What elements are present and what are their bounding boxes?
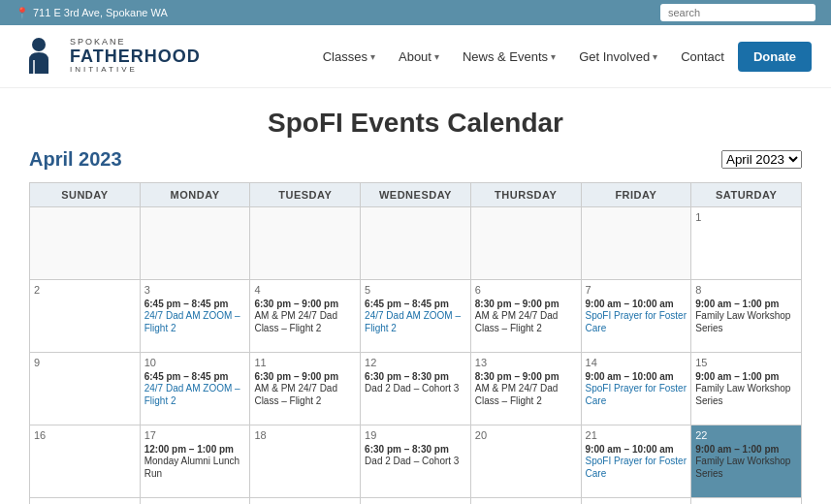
calendar-cell-2-0: 9 — [30, 353, 141, 425]
calendar-cell-4-5: 28 — [581, 498, 691, 505]
day-number: 11 — [254, 357, 356, 368]
site-header: SPOKANE FATHERHOOD INITIATIVE Classes ▾ … — [0, 25, 831, 88]
event-time: 6:45 pm – 8:45 pm — [144, 371, 229, 382]
col-saturday: SATURDAY — [691, 183, 802, 207]
col-friday: FRIDAY — [581, 183, 691, 207]
calendar-month-select[interactable]: April 2023 — [721, 150, 802, 169]
event-time: 6:30 pm – 8:30 pm — [365, 444, 449, 455]
calendar-cell-1-6: 89:00 am – 1:00 pmFamily Law Workshop Se… — [691, 280, 802, 353]
calendar-cell-3-6: 229:00 am – 1:00 pmFamily Law Workshop S… — [691, 425, 802, 498]
calendar-cell-2-1: 106:45 pm – 8:45 pm24/7 Dad AM ZOOM – Fl… — [140, 353, 250, 425]
top-bar: 📍 711 E 3rd Ave, Spokane WA — [0, 0, 831, 25]
nav-get-involved[interactable]: Get Involved ▾ — [569, 44, 667, 70]
col-thursday: THURSDAY — [470, 183, 581, 207]
event-text: Family Law Workshop Series — [695, 455, 797, 480]
event-text: Family Law Workshop Series — [695, 382, 797, 407]
logo: SPOKANE FATHERHOOD INITIATIVE — [16, 33, 201, 79]
event-text: Dad 2 Dad – Cohort 3 — [365, 382, 466, 394]
nav-about[interactable]: About ▾ — [389, 44, 449, 70]
calendar-cell-1-4: 68:30 pm – 9:00 pmAM & PM 24/7 Dad Class… — [470, 280, 581, 353]
nav-about-label: About — [399, 49, 431, 64]
logo-icon — [16, 33, 62, 79]
event-text: AM & PM 24/7 Dad Class – Flight 2 — [254, 382, 356, 407]
day-number: 6 — [475, 284, 577, 296]
event-time: 6:45 pm – 8:45 pm — [365, 299, 449, 309]
calendar-cell-3-5: 219:00 am – 10:00 amSpoFI Prayer for Fos… — [581, 425, 691, 498]
logo-text: SPOKANE FATHERHOOD INITIATIVE — [70, 38, 201, 75]
day-number: 2 — [34, 284, 136, 296]
event-text: Monday Alumni Lunch Run — [144, 455, 246, 480]
day-number: 20 — [475, 429, 577, 441]
day-header-row: SUNDAY MONDAY TUESDAY WEDNESDAY THURSDAY… — [30, 183, 802, 207]
day-number: 14 — [586, 357, 687, 368]
calendar-cell-3-2: 18 — [250, 425, 361, 498]
day-number: 19 — [365, 429, 466, 441]
nav-get-involved-label: Get Involved — [579, 49, 650, 64]
nav-news-events[interactable]: News & Events ▾ — [453, 44, 565, 70]
day-number: 17 — [144, 429, 246, 441]
search-area — [660, 4, 815, 21]
pin-icon: 📍 — [16, 7, 29, 19]
get-involved-arrow-icon: ▾ — [653, 51, 657, 62]
classes-arrow-icon: ▾ — [370, 51, 375, 62]
nav-classes[interactable]: Classes ▾ — [313, 44, 385, 70]
event-time: 6:30 pm – 9:00 pm — [254, 299, 338, 309]
day-number: 16 — [34, 429, 136, 441]
day-number: 10 — [144, 357, 246, 368]
calendar-cell-4-2: 25 — [250, 498, 361, 505]
event-text: AM & PM 24/7 Dad Class – Flight 2 — [475, 382, 577, 407]
day-number: 22 — [695, 429, 797, 441]
nav-classes-label: Classes — [323, 49, 368, 64]
event-time: 9:00 am – 1:00 pm — [695, 444, 779, 455]
calendar-row-1: 236:45 pm – 8:45 pm24/7 Dad AM ZOOM – Fl… — [30, 280, 802, 353]
calendar-cell-3-4: 20 — [470, 425, 581, 498]
search-input[interactable] — [660, 4, 815, 21]
calendar-cell-4-6: 29 — [691, 498, 802, 505]
event-link[interactable]: SpoFI Prayer for Foster Care — [586, 455, 687, 480]
calendar-cell-0-2 — [250, 207, 361, 280]
calendar-cell-2-4: 138:30 pm – 9:00 pmAM & PM 24/7 Dad Clas… — [470, 353, 581, 425]
news-events-arrow-icon: ▾ — [551, 51, 556, 62]
calendar-cell-0-3 — [361, 207, 471, 280]
col-sunday: SUNDAY — [30, 183, 141, 207]
day-number: 12 — [365, 357, 466, 368]
page-title: SpoFI Events Calendar — [0, 108, 831, 139]
col-monday: MONDAY — [140, 183, 250, 207]
event-link[interactable]: SpoFI Prayer for Foster Care — [586, 382, 687, 407]
event-link[interactable]: 24/7 Dad AM ZOOM – Flight 2 — [144, 309, 246, 334]
calendar-cell-0-5 — [581, 207, 691, 280]
event-time: 12:00 pm – 1:00 pm — [144, 444, 234, 455]
calendar-cell-1-1: 36:45 pm – 8:45 pm24/7 Dad AM ZOOM – Fli… — [140, 280, 250, 353]
calendar-area: April 2023 April 2023 SUNDAY MONDAY TUES… — [0, 148, 831, 504]
calendar-row-0: 1 — [30, 207, 802, 280]
nav-contact[interactable]: Contact — [671, 44, 734, 70]
calendar-row-4: 23242526272829 — [30, 498, 802, 505]
calendar-cell-1-5: 79:00 am – 10:00 amSpoFI Prayer for Fost… — [581, 280, 691, 353]
calendar-cell-4-3: 26 — [361, 498, 471, 505]
event-link[interactable]: 24/7 Dad AM ZOOM – Flight 2 — [365, 309, 466, 334]
event-link[interactable]: 24/7 Dad AM ZOOM – Flight 2 — [144, 382, 246, 407]
calendar-cell-2-2: 116:30 pm – 9:00 pmAM & PM 24/7 Dad Clas… — [250, 353, 361, 425]
day-number: 9 — [34, 357, 136, 368]
calendar-cell-0-4 — [470, 207, 581, 280]
day-number: 15 — [695, 357, 797, 368]
main-nav: Classes ▾ About ▾ News & Events ▾ Get In… — [313, 42, 812, 72]
calendar-cell-3-3: 196:30 pm – 8:30 pmDad 2 Dad – Cohort 3 — [361, 425, 471, 498]
calendar-cell-3-1: 1712:00 pm – 1:00 pmMonday Alumni Lunch … — [140, 425, 250, 498]
calendar-cell-0-1 — [140, 207, 250, 280]
calendar-cell-2-3: 126:30 pm – 8:30 pmDad 2 Dad – Cohort 3 — [361, 353, 471, 425]
calendar-cell-1-2: 46:30 pm – 9:00 pmAM & PM 24/7 Dad Class… — [250, 280, 361, 353]
calendar-cell-2-5: 149:00 am – 10:00 amSpoFI Prayer for Fos… — [581, 353, 691, 425]
logo-initiative: INITIATIVE — [70, 66, 201, 75]
donate-button[interactable]: Donate — [738, 42, 812, 72]
calendar-cell-0-0 — [30, 207, 141, 280]
calendar-month-label: April 2023 — [29, 148, 122, 171]
nav-news-events-label: News & Events — [463, 49, 548, 64]
event-time: 6:30 pm – 9:00 pm — [254, 371, 338, 382]
day-number: 13 — [475, 357, 577, 368]
calendar-cell-4-0: 23 — [30, 498, 141, 505]
event-link[interactable]: SpoFI Prayer for Foster Care — [586, 309, 687, 334]
day-number: 1 — [695, 211, 797, 223]
day-number: 4 — [254, 284, 356, 296]
event-time: 8:30 pm – 9:00 pm — [475, 371, 559, 382]
